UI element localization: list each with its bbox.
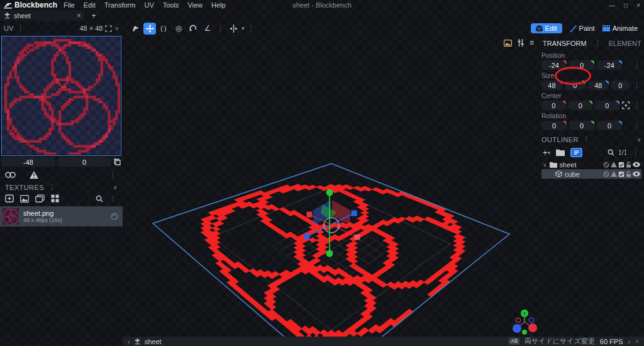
textures-header[interactable]: TEXTURES ⋮ ∨ (0, 180, 123, 193)
selectable-checkbox-icon[interactable] (618, 171, 625, 177)
outliner-search-icon[interactable] (608, 149, 614, 156)
autouv-icon[interactable] (611, 171, 617, 177)
scene-canvas[interactable] (123, 36, 538, 337)
breadcrumb[interactable]: sheet (145, 338, 162, 345)
autouv-icon[interactable] (611, 162, 617, 167)
mode-paint[interactable]: Paint (570, 25, 595, 32)
position-menu-icon[interactable]: ⋮ (632, 61, 641, 69)
uv-tools-menu-icon[interactable]: ⋮ (108, 170, 118, 179)
resize-grip-icon[interactable]: ∨ (635, 338, 639, 344)
breadcrumb-back-icon[interactable]: ‹ (128, 338, 130, 345)
center-x-field[interactable]: 0 (541, 101, 566, 110)
tab-transform[interactable]: TRANSFORM (543, 40, 587, 47)
uv-size-label: 48 × 48 (79, 25, 103, 32)
mode-animate[interactable]: Animate (602, 25, 638, 32)
outliner-header[interactable]: OUTLINER ⋮ ∨ (541, 130, 641, 145)
position-z-field[interactable]: -24 (597, 60, 622, 70)
rotate-tool[interactable] (187, 23, 199, 35)
center-y-field[interactable]: 0 (569, 101, 593, 110)
new-tab-button[interactable]: + (86, 10, 102, 21)
uv-panel-menu-icon[interactable]: ⋮ (16, 25, 25, 33)
texture-thumbnail (3, 208, 19, 225)
resize-tool[interactable]: () (158, 23, 170, 35)
lock-open-icon[interactable] (626, 171, 631, 177)
viewport-menu-icon[interactable]: ≡ (530, 38, 534, 47)
menu-file[interactable]: File (64, 1, 75, 9)
cursor-tool[interactable] (129, 23, 142, 35)
outliner-node-cube[interactable]: cube (541, 169, 641, 179)
uv-link-icon[interactable] (5, 171, 16, 179)
focus-pivot-icon[interactable] (622, 101, 630, 109)
size-z-field[interactable]: 48 (588, 81, 609, 90)
export-disabled-icon[interactable] (603, 162, 609, 168)
size-menu-icon[interactable]: ⋮ (632, 81, 641, 89)
uv-dropdown-icon[interactable]: ∨ (114, 25, 119, 31)
export-disabled-icon[interactable] (603, 171, 609, 177)
mode-edit[interactable]: Edit (531, 23, 562, 33)
center-menu-icon[interactable]: ⋮ (632, 101, 641, 109)
uv-fullscreen-icon[interactable] (105, 25, 112, 32)
vertex-snap-tool[interactable]: ∠ (201, 23, 214, 35)
inflate-field[interactable]: 0 (611, 81, 630, 90)
minimize-button[interactable]: — (609, 2, 615, 9)
close-button[interactable]: × (636, 2, 640, 9)
uv-editor[interactable] (1, 36, 121, 156)
mirror-tool[interactable] (227, 23, 240, 35)
add-group-button[interactable] (556, 149, 565, 156)
tool-strip: () ◎ ∠ ⋮ ▾ ⋮ (123, 23, 256, 35)
copy-uv-icon[interactable] (113, 158, 121, 166)
move-tool[interactable] (143, 23, 156, 35)
textures-menu-icon[interactable]: ⋮ (47, 183, 57, 191)
uv-x-field[interactable]: -48 (1, 157, 55, 167)
outliner-collapse-icon[interactable]: ∨ (637, 137, 641, 143)
paint-brush-icon (570, 25, 577, 32)
tab-close-icon[interactable]: × (77, 11, 81, 20)
background-image-icon[interactable] (504, 40, 512, 47)
viewport-3d[interactable]: ≡ (123, 36, 538, 337)
texture-list-item[interactable]: sheet.png 48 x 48px (16x) (0, 206, 123, 226)
stats-expand-icon[interactable]: › (628, 338, 630, 345)
outliner-menu-icon[interactable]: ⋮ (582, 135, 591, 143)
pivot-tool[interactable]: ◎ (172, 23, 185, 35)
menu-tools[interactable]: Tools (163, 1, 179, 9)
center-z-field[interactable]: 0 (595, 101, 619, 110)
menu-edit[interactable]: Edit (84, 1, 96, 9)
left-sidebar: -48 0 ⋮ TEXTURES ⋮ ∨ ⋮ (0, 36, 123, 346)
rotation-y-field[interactable]: 0 (569, 121, 594, 130)
create-texture-icon[interactable] (20, 195, 29, 203)
import-texture-icon[interactable] (5, 194, 14, 203)
rotation-menu-icon[interactable]: ⋮ (632, 121, 641, 130)
texture-list-menu-icon[interactable]: ⋮ (108, 194, 118, 203)
visibility-eye-icon[interactable] (633, 171, 640, 177)
menu-transform[interactable]: Transform (104, 1, 136, 9)
node-expand-icon[interactable]: ∨ (543, 162, 547, 168)
transform-menu-icon[interactable]: ⋮ (593, 39, 602, 47)
outliner-overflow-icon[interactable]: ⋮ (631, 148, 640, 157)
menu-help[interactable]: Help (211, 1, 226, 9)
maximize-button[interactable]: □ (624, 2, 628, 9)
status-bar: ‹ sheet Alt 両サイドにサイズ変更 60 FPS › ∨ (123, 337, 644, 346)
rotation-x-field[interactable]: 0 (541, 121, 567, 130)
rotation-z-field[interactable]: 0 (597, 121, 622, 130)
lock-open-icon[interactable] (626, 162, 631, 168)
app-name: Blockbench (14, 1, 57, 9)
mirror-dropdown-icon[interactable]: ▾ (242, 25, 245, 31)
outliner-view-toggle[interactable] (570, 148, 582, 157)
uv-warning-icon[interactable] (30, 171, 38, 179)
add-element-button[interactable]: +▾ (543, 148, 550, 157)
outliner-node-sheet[interactable]: ∨ sheet (541, 160, 641, 169)
menu-uv[interactable]: UV (144, 1, 153, 9)
selectable-checkbox-icon[interactable] (618, 162, 625, 168)
uv-texture-canvas[interactable] (2, 36, 120, 155)
menu-view[interactable]: View (187, 1, 203, 9)
append-texture-icon[interactable] (35, 194, 45, 203)
texture-search-icon[interactable] (96, 195, 103, 203)
texture-grid-icon[interactable] (51, 194, 59, 203)
viewport-sliders-icon[interactable] (517, 39, 525, 47)
visibility-eye-icon[interactable] (633, 162, 640, 167)
project-tab[interactable]: sheet × (0, 10, 86, 21)
textures-collapse-icon[interactable]: ∨ (113, 184, 118, 191)
uv-y-field[interactable]: 0 (57, 157, 111, 167)
toolbar-overflow-icon[interactable]: ⋮ (247, 25, 256, 33)
tab-element[interactable]: ELEMENT (609, 40, 641, 47)
